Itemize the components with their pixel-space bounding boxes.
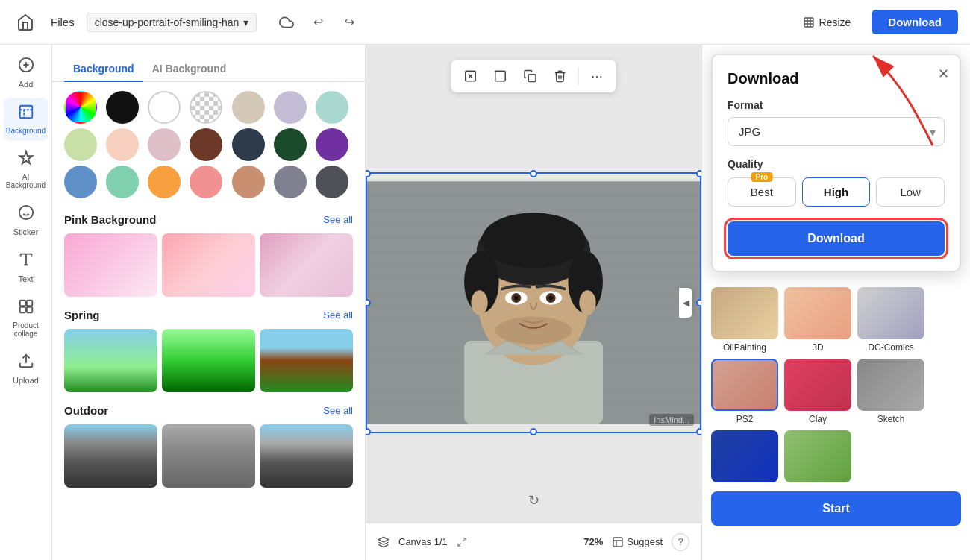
home-button[interactable] bbox=[12, 9, 39, 36]
svg-rect-16 bbox=[495, 71, 506, 81]
cloud-save-button[interactable] bbox=[275, 10, 298, 34]
resize-button[interactable]: Resize bbox=[794, 12, 860, 33]
ai-style-clay[interactable]: Clay bbox=[784, 359, 851, 424]
resize-handle-bm[interactable] bbox=[530, 428, 537, 435]
color-swatch-brown[interactable] bbox=[190, 128, 222, 161]
tab-ai-background[interactable]: AI Background bbox=[143, 57, 236, 82]
help-button[interactable]: ? bbox=[672, 533, 689, 551]
color-swatch-black[interactable] bbox=[106, 91, 139, 124]
spring-thumb-3[interactable] bbox=[260, 329, 353, 392]
sidebar-item-add[interactable]: Add bbox=[4, 51, 48, 95]
download-modal-close-button[interactable]: ✕ bbox=[938, 66, 949, 82]
sidebar-item-sticker[interactable]: Sticker bbox=[4, 198, 48, 242]
outdoor-header: Outdoor See all bbox=[64, 404, 353, 417]
layers-button[interactable] bbox=[378, 536, 389, 548]
resize-handle-tl[interactable] bbox=[366, 170, 371, 177]
undo-button[interactable]: ↩ bbox=[306, 10, 330, 34]
ai-style-oilpainting[interactable]: OilPainting bbox=[711, 287, 778, 353]
ai-style-3d[interactable]: 3D bbox=[784, 287, 851, 353]
format-select[interactable]: JPG PNG WEBP PDF bbox=[728, 117, 945, 146]
panel-toggle-button[interactable]: ◀ bbox=[679, 288, 692, 318]
color-swatch-navy[interactable] bbox=[232, 128, 265, 161]
color-swatch-lavender[interactable] bbox=[274, 91, 307, 124]
download-button[interactable]: Download bbox=[872, 10, 958, 34]
spring-thumb-2[interactable] bbox=[162, 329, 255, 392]
quality-high-button[interactable]: High bbox=[802, 177, 871, 207]
svg-line-40 bbox=[463, 538, 466, 541]
svg-marker-39 bbox=[378, 537, 388, 542]
download-action-button[interactable]: Download bbox=[728, 221, 945, 256]
sidebar-ai-bg-label: AI Background bbox=[6, 173, 46, 189]
redo-button[interactable]: ↪ bbox=[337, 10, 361, 34]
ai-dccomics-thumb bbox=[857, 287, 924, 339]
sidebar-item-product-collage[interactable]: Product collage bbox=[4, 292, 48, 344]
duplicate-tool[interactable] bbox=[519, 64, 542, 88]
svg-rect-10 bbox=[19, 301, 25, 306]
color-swatch-mint[interactable] bbox=[106, 166, 139, 198]
files-button[interactable]: Files bbox=[51, 16, 75, 28]
sidebar-item-text[interactable]: Text bbox=[4, 245, 48, 289]
spring-seeall[interactable]: See all bbox=[323, 309, 353, 321]
ai-background-icon bbox=[18, 150, 34, 170]
color-swatch-blue[interactable] bbox=[64, 166, 97, 198]
svg-point-27 bbox=[481, 213, 585, 268]
more-options-tool[interactable]: ⋯ bbox=[585, 64, 609, 88]
color-swatch-sienna[interactable] bbox=[232, 166, 265, 198]
outdoor-seeall[interactable]: See all bbox=[323, 405, 353, 416]
ai-style-dccomics[interactable]: DC-Comics bbox=[857, 287, 924, 353]
ai-style-anime[interactable] bbox=[784, 430, 851, 482]
suggest-button[interactable]: Suggest bbox=[612, 536, 663, 548]
sidebar-item-upload[interactable]: Upload bbox=[4, 347, 48, 391]
tab-background[interactable]: Background bbox=[64, 57, 143, 82]
ai-style-ps2[interactable]: PS2 bbox=[711, 359, 778, 424]
filename-display[interactable]: close-up-portrait-of-smiling-han ▾ bbox=[87, 13, 257, 32]
color-swatch-salmon[interactable] bbox=[190, 166, 222, 198]
canvas-image-container[interactable]: InsMind... bbox=[366, 172, 701, 433]
resize-handle-mr[interactable] bbox=[696, 299, 701, 306]
color-swatch-teal[interactable] bbox=[316, 91, 348, 124]
resize-handle-bl[interactable] bbox=[366, 428, 371, 435]
sidebar-item-ai-background[interactable]: AI Background bbox=[4, 144, 48, 195]
color-swatch-darkgreen[interactable] bbox=[274, 128, 307, 161]
color-swatch-tan[interactable] bbox=[232, 91, 265, 124]
color-swatch-transparent[interactable] bbox=[190, 91, 222, 124]
sidebar-item-background[interactable]: Background bbox=[4, 98, 48, 141]
outdoor-thumb-1[interactable] bbox=[64, 424, 157, 488]
outdoor-thumb-2[interactable] bbox=[162, 424, 255, 488]
pink-bg-thumb-1[interactable] bbox=[64, 233, 157, 297]
quality-label: Quality bbox=[728, 158, 945, 170]
spring-title: Spring bbox=[64, 309, 100, 321]
sticker-icon bbox=[18, 204, 34, 224]
resize-handle-tr[interactable] bbox=[696, 170, 701, 177]
ai-sketch-thumb bbox=[857, 359, 924, 411]
color-swatch-pink[interactable] bbox=[148, 128, 181, 161]
resize-handle-tm[interactable] bbox=[530, 170, 537, 177]
delete-tool[interactable] bbox=[548, 64, 572, 88]
ai-style-sketch[interactable]: Sketch bbox=[857, 359, 924, 424]
outdoor-thumb-3[interactable] bbox=[260, 424, 353, 488]
color-swatch-white[interactable] bbox=[148, 91, 181, 124]
resize-handle-br[interactable] bbox=[696, 428, 701, 435]
color-swatch-purple[interactable] bbox=[316, 128, 348, 161]
crop-tool[interactable] bbox=[489, 64, 513, 88]
color-swatch-rainbow[interactable] bbox=[64, 91, 97, 124]
ai-style-starry[interactable] bbox=[711, 430, 778, 482]
quality-best-button[interactable]: Pro Best bbox=[728, 177, 796, 207]
spring-thumb-1[interactable] bbox=[64, 329, 157, 392]
pink-bg-thumb-2[interactable] bbox=[162, 233, 255, 297]
color-swatch-darkgray[interactable] bbox=[316, 166, 348, 198]
page-expand-icon[interactable] bbox=[457, 537, 467, 547]
ai-remove-bg-tool[interactable] bbox=[459, 64, 483, 88]
rotate-handle[interactable]: ↻ bbox=[525, 491, 542, 509]
quality-low-button[interactable]: Low bbox=[876, 177, 945, 207]
pink-bg-thumb-3[interactable] bbox=[260, 233, 353, 297]
background-panel: Background AI Background bbox=[52, 45, 366, 560]
color-swatch-peach[interactable] bbox=[106, 128, 139, 161]
color-swatch-gray[interactable] bbox=[274, 166, 307, 198]
pink-bg-seeall[interactable]: See all bbox=[323, 214, 353, 225]
color-swatch-orange[interactable] bbox=[148, 166, 181, 198]
ai-oilpainting-label: OilPainting bbox=[723, 342, 766, 353]
topbar-actions: ↩ ↪ bbox=[275, 10, 361, 34]
start-button[interactable]: Start bbox=[711, 491, 961, 526]
color-swatch-green[interactable] bbox=[64, 128, 97, 161]
